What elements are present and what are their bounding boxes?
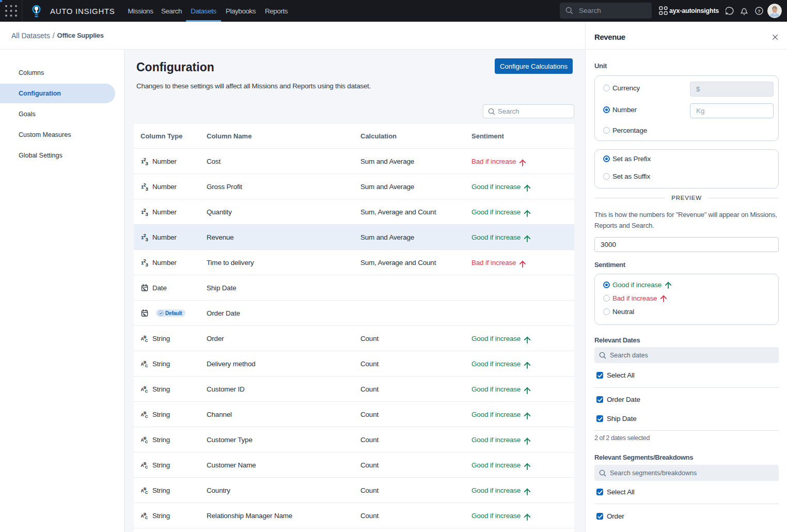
svg-text:?: ? (758, 8, 761, 14)
